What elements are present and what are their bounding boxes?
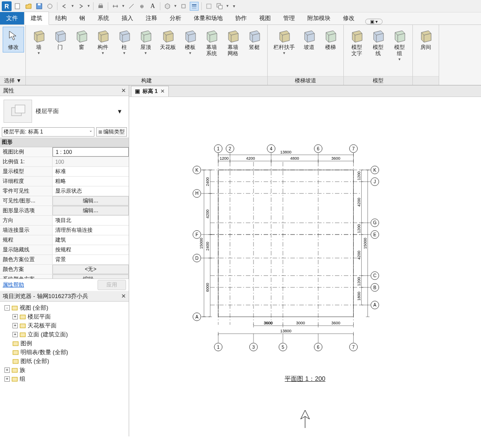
tree-item[interactable]: +立面 (建筑立面) bbox=[3, 330, 126, 339]
railing-button[interactable]: 栏杆扶手 ▼ bbox=[270, 27, 298, 57]
wall-caret-icon[interactable]: ▼ bbox=[37, 51, 41, 55]
instance-name-dropdown[interactable]: 楼层平面: 标高 1⌄ bbox=[2, 127, 94, 137]
curtain-system-button[interactable]: 幕墙系统 bbox=[201, 27, 222, 59]
tab-modify[interactable]: 修改 bbox=[337, 12, 361, 24]
qat-undo-icon[interactable] bbox=[60, 2, 69, 11]
prop-edit-button[interactable]: 编辑... bbox=[53, 274, 129, 278]
qat-measure-icon[interactable] bbox=[111, 2, 120, 11]
properties-close-icon[interactable]: ✕ bbox=[121, 87, 126, 94]
mullion-button[interactable]: 竖梃 bbox=[244, 27, 265, 52]
qat-close-hidden-icon[interactable] bbox=[204, 2, 213, 11]
tree-item[interactable]: 图例 bbox=[3, 339, 126, 348]
prop-edit-button[interactable]: 编辑... bbox=[53, 196, 129, 206]
roof-button[interactable]: 屋顶 ▼ bbox=[135, 27, 156, 57]
tree-item[interactable]: +天花板平面 bbox=[3, 321, 126, 330]
document-tab[interactable]: ▣ 标高 1 ✕ bbox=[131, 86, 169, 97]
component-caret-icon[interactable]: ▼ bbox=[101, 51, 105, 55]
tree-toggle-icon[interactable]: + bbox=[12, 323, 18, 328]
qat-new-icon[interactable] bbox=[13, 2, 22, 11]
prop-value[interactable]: 背景 bbox=[53, 255, 129, 264]
tree-toggle-icon[interactable]: + bbox=[12, 314, 18, 319]
floor-caret-icon[interactable]: ▼ bbox=[188, 51, 192, 55]
tab-annotate[interactable]: 注释 bbox=[139, 12, 163, 24]
stair-button[interactable]: 楼梯 bbox=[320, 27, 341, 52]
qat-dimension-icon[interactable]: ⊕ bbox=[138, 2, 147, 11]
tab-insert[interactable]: 插入 bbox=[115, 12, 139, 24]
tab-addins[interactable]: 附加模块 bbox=[301, 12, 337, 24]
tree-item[interactable]: -视图 (全部) bbox=[3, 303, 126, 312]
edit-type-button[interactable]: ⊞ 编辑类型 bbox=[96, 127, 127, 137]
qat-print-icon[interactable] bbox=[96, 2, 105, 11]
roof-caret-icon[interactable]: ▼ bbox=[144, 51, 147, 55]
prop-value[interactable]: 1 : 100 bbox=[53, 147, 129, 157]
prop-edit-button[interactable]: <无> bbox=[53, 265, 129, 274]
prop-edit-button[interactable]: 编辑... bbox=[53, 206, 129, 215]
qat-redo-caret-icon[interactable]: ▼ bbox=[87, 4, 90, 8]
drawing-canvas[interactable]: ▣ 标高 1 ✕ 1246713567KHFDAKJGECBA120042004… bbox=[129, 85, 481, 436]
tab-manage[interactable]: 管理 bbox=[277, 12, 301, 24]
prop-value[interactable]: 清理所有墙连接 bbox=[53, 226, 129, 235]
app-logo-icon[interactable]: R bbox=[2, 1, 12, 11]
prop-value[interactable]: 粗略 bbox=[53, 177, 129, 186]
prop-value[interactable]: 标准 bbox=[53, 167, 129, 176]
qat-thinlines-icon[interactable] bbox=[190, 2, 199, 11]
qat-align-icon[interactable] bbox=[127, 2, 136, 11]
model-group-btn-button[interactable]: 模型组 ▼ bbox=[389, 27, 410, 64]
prop-value[interactable]: 项目北 bbox=[53, 216, 129, 225]
railing-caret-icon[interactable]: ▼ bbox=[282, 51, 286, 55]
prop-value[interactable]: 按规程 bbox=[53, 245, 129, 254]
tab-analyze[interactable]: 分析 bbox=[163, 12, 188, 24]
properties-help-link[interactable]: 属性帮助 bbox=[3, 281, 24, 289]
tree-item[interactable]: +族 bbox=[3, 366, 126, 375]
room-button[interactable]: 房间 bbox=[416, 27, 436, 52]
tree-item[interactable]: +组 bbox=[3, 375, 126, 383]
wall-button[interactable]: 墙 ▼ bbox=[29, 27, 49, 57]
prop-value[interactable]: 建筑 bbox=[53, 235, 129, 245]
tab-steel[interactable]: 钢 bbox=[73, 12, 91, 24]
model-group-btn-caret-icon[interactable]: ▼ bbox=[398, 57, 401, 61]
qat-save-icon[interactable] bbox=[35, 2, 44, 11]
prop-value[interactable]: 显示原状态 bbox=[53, 186, 129, 196]
door-button[interactable]: 门 bbox=[50, 27, 70, 52]
qat-section-icon[interactable] bbox=[179, 2, 188, 11]
apply-button[interactable]: 应用 bbox=[98, 280, 126, 290]
tab-systems[interactable]: 系统 bbox=[91, 12, 115, 24]
qat-text-icon[interactable]: A bbox=[148, 2, 157, 11]
project-browser-close-icon[interactable]: ✕ bbox=[121, 293, 126, 299]
qat-3d-icon[interactable] bbox=[163, 2, 172, 11]
column-button[interactable]: 柱 ▼ bbox=[114, 27, 135, 57]
ribbon: 修改 选择 ▼ 墙 ▼ 门 窗 构件 bbox=[0, 25, 481, 85]
type-selector-dropdown[interactable]: 楼层平面▼ bbox=[36, 107, 125, 115]
ceiling-button[interactable]: 天花板 bbox=[157, 27, 179, 52]
curtain-grid-button[interactable]: 幕墙网格 bbox=[223, 27, 243, 59]
tab-file[interactable]: 文件 bbox=[0, 12, 24, 24]
tab-view[interactable]: 视图 bbox=[253, 12, 277, 24]
column-caret-icon[interactable]: ▼ bbox=[122, 51, 126, 55]
modify-button[interactable]: 修改 bbox=[3, 27, 24, 52]
tree-item[interactable]: 明细表/数量 (全部) bbox=[3, 348, 126, 357]
tab-structure[interactable]: 结构 bbox=[49, 12, 73, 24]
tree-toggle-icon[interactable]: + bbox=[4, 376, 10, 382]
window-button[interactable]: 窗 bbox=[71, 27, 92, 52]
tree-toggle-icon[interactable]: - bbox=[4, 305, 10, 311]
floor-button[interactable]: 楼板 ▼ bbox=[180, 27, 200, 57]
tab-collaborate[interactable]: 协作 bbox=[229, 12, 253, 24]
model-text-button[interactable]: 模型文字 bbox=[346, 27, 367, 59]
qat-open-icon[interactable] bbox=[24, 2, 33, 11]
ramp-button[interactable]: 坡道 bbox=[299, 27, 319, 52]
tree-item[interactable]: +楼层平面 bbox=[3, 312, 126, 321]
tree-toggle-icon[interactable]: + bbox=[4, 367, 10, 373]
qat-redo-icon[interactable] bbox=[76, 2, 85, 11]
tab-architecture[interactable]: 建筑 bbox=[24, 12, 49, 25]
qat-switch-windows-icon[interactable] bbox=[215, 2, 224, 11]
tree-item[interactable]: 图纸 (全部) bbox=[3, 357, 126, 366]
model-line-button[interactable]: 模型线 bbox=[368, 27, 388, 59]
doc-tab-close-icon[interactable]: ✕ bbox=[160, 88, 165, 94]
tree-toggle-icon[interactable]: + bbox=[12, 332, 18, 337]
tab-blank-selector[interactable]: ▣ ▾ bbox=[365, 19, 383, 24]
component-button[interactable]: 构件 ▼ bbox=[93, 27, 113, 57]
qat-customize-caret-icon[interactable]: ▾ bbox=[233, 4, 235, 8]
qat-sync-icon[interactable] bbox=[45, 2, 54, 11]
tab-massing[interactable]: 体量和场地 bbox=[188, 12, 229, 24]
qat-undo-caret-icon[interactable]: ▼ bbox=[71, 4, 74, 8]
